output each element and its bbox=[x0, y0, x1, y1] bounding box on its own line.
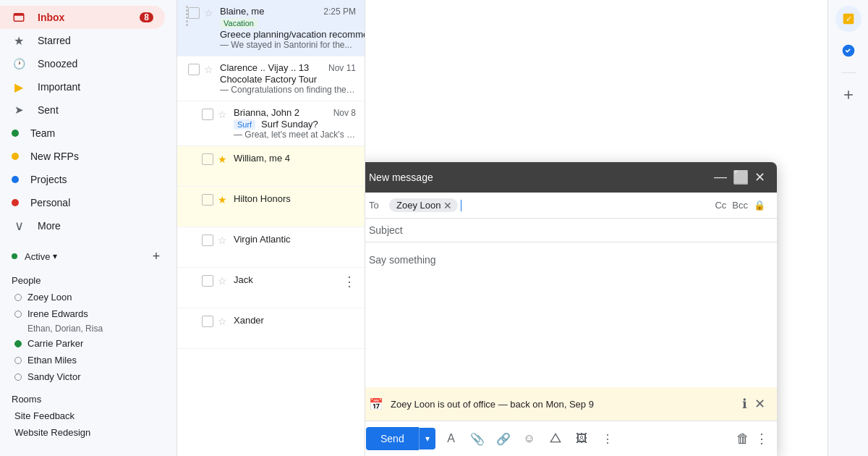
star-button-3[interactable]: ☆ bbox=[218, 109, 229, 120]
email-item-william[interactable]: ★ William, me 4 bbox=[177, 146, 365, 187]
compose-window: New message — ⬜ ✕ To Zoey Loon ✕ bbox=[365, 162, 777, 456]
room-item-website-redesign[interactable]: Website Redesign bbox=[12, 424, 165, 441]
starred-label: Starred bbox=[38, 35, 71, 46]
compose-oof-info-button[interactable]: ℹ bbox=[742, 396, 747, 412]
subject-placeholder[interactable]: Subject bbox=[369, 224, 765, 236]
person-name-irene: Irene Edwards bbox=[27, 308, 88, 319]
more-label: More bbox=[38, 220, 61, 232]
person-group-ethan: Ethan, Dorian, Risa bbox=[12, 322, 176, 335]
insert-photo-button[interactable]: 🖼 bbox=[571, 428, 592, 449]
drive-button[interactable] bbox=[545, 428, 566, 449]
cursor-blink bbox=[461, 200, 461, 211]
sidebar-item-new-rfps[interactable]: New RFPs bbox=[0, 145, 165, 168]
svg-rect-1 bbox=[14, 14, 24, 16]
projects-dot bbox=[12, 176, 19, 183]
email-checkbox[interactable] bbox=[188, 7, 200, 19]
person-item-sandy-victor[interactable]: Sandy Victor bbox=[12, 368, 176, 385]
add-chat-button[interactable]: + bbox=[148, 248, 165, 265]
compose-oof-close-button[interactable]: ✕ bbox=[754, 396, 765, 412]
email-subject-3: Surf Sunday? bbox=[261, 119, 318, 130]
room-item-site-feedback[interactable]: Site Feedback bbox=[12, 408, 165, 424]
zoey-status-icon bbox=[14, 294, 22, 301]
email-tag-vacation: Vacation bbox=[220, 18, 258, 28]
email-subject: Greece planning/vacation recommendations bbox=[220, 29, 365, 40]
email-item-jack[interactable]: ☆ Jack ⋮ bbox=[177, 268, 365, 308]
email-item-clarence[interactable]: ☆ Clarence .. Vijay .. 13 Nov 11 Chocola… bbox=[177, 56, 365, 101]
email-checkbox-6[interactable] bbox=[202, 235, 213, 246]
compose-more-button[interactable]: ⋮ bbox=[755, 431, 768, 447]
compose-expand-button[interactable]: ⬜ bbox=[733, 169, 749, 185]
sidebar-item-starred[interactable]: ★ Starred bbox=[0, 29, 165, 52]
email-checkbox-3[interactable] bbox=[202, 109, 213, 120]
person-name-ethan: Ethan Miles bbox=[27, 355, 77, 366]
svg-text:✓: ✓ bbox=[845, 14, 851, 23]
email-item-blaine[interactable]: ☆ Blaine, me 2:25 PM Vacation Greece pla… bbox=[177, 0, 365, 56]
personal-dot bbox=[12, 199, 19, 206]
sidebar-item-more[interactable]: ∨ More bbox=[0, 214, 165, 237]
encrypt-icon: 🔒 bbox=[754, 200, 765, 211]
compose-to-field: To Zoey Loon ✕ Cc Bcc 🔒 bbox=[365, 193, 777, 219]
to-tag-remove-button[interactable]: ✕ bbox=[443, 200, 452, 211]
attach-file-button[interactable]: 📎 bbox=[467, 428, 488, 449]
star-button-7[interactable]: ☆ bbox=[218, 275, 229, 287]
rooms-section: Rooms Site Feedback Website Redesign bbox=[0, 385, 176, 444]
email-checkbox-8[interactable] bbox=[202, 316, 213, 327]
sidebar-item-personal[interactable]: Personal bbox=[0, 191, 165, 214]
star-button-6[interactable]: ☆ bbox=[218, 235, 229, 246]
insert-link-button[interactable]: 🔗 bbox=[493, 428, 514, 449]
compose-controls: — ⬜ ✕ bbox=[714, 169, 765, 185]
right-icon-tasks[interactable]: ✓ bbox=[835, 6, 861, 32]
person-item-carrie-parker[interactable]: Carrie Parker bbox=[12, 335, 176, 352]
star-button[interactable]: ☆ bbox=[204, 7, 216, 19]
email-checkbox-2[interactable] bbox=[188, 64, 200, 75]
compose-close-button[interactable]: ✕ bbox=[754, 169, 765, 185]
email-item-hilton[interactable]: ★ Hilton Honors bbox=[177, 187, 365, 227]
sidebar-item-snoozed[interactable]: 🕐 Snoozed bbox=[0, 52, 165, 75]
star-button-8[interactable]: ☆ bbox=[218, 316, 229, 327]
email-more-menu-7[interactable]: ⋮ bbox=[340, 274, 356, 290]
compose-oof-banner: 📅 Zoey Loon is out of office — back on M… bbox=[365, 387, 777, 421]
important-label: Important bbox=[38, 81, 80, 93]
star-button-4[interactable]: ★ bbox=[218, 153, 229, 165]
sent-label: Sent bbox=[38, 104, 59, 116]
right-icon-add[interactable] bbox=[835, 82, 861, 108]
sidebar-item-sent[interactable]: ➤ Sent bbox=[0, 98, 165, 122]
format-text-button[interactable]: A bbox=[441, 428, 461, 449]
email-item-xander[interactable]: ☆ Xander bbox=[177, 308, 365, 349]
email-checkbox-7[interactable] bbox=[202, 275, 213, 287]
sidebar: Inbox 8 ★ Starred 🕐 Snoozed ▶ Important … bbox=[0, 0, 176, 456]
send-button[interactable]: Send bbox=[366, 427, 419, 450]
star-button-5[interactable]: ★ bbox=[218, 194, 229, 206]
sidebar-item-projects[interactable]: Projects bbox=[0, 168, 165, 191]
sidebar-item-important[interactable]: ▶ Important bbox=[0, 75, 165, 98]
email-preview: — We stayed in Santorini for the... bbox=[220, 40, 356, 50]
sidebar-item-team[interactable]: Team bbox=[0, 122, 165, 145]
to-label: To bbox=[369, 200, 389, 211]
emoji-button[interactable]: ☺ bbox=[519, 428, 540, 449]
email-sender-7: Jack bbox=[234, 274, 253, 285]
person-item-zoey-loon[interactable]: Zoey Loon bbox=[12, 289, 176, 305]
email-item-brianna[interactable]: ☆ Brianna, John 2 Nov 8 Surf Surf Sunday… bbox=[177, 101, 365, 146]
compose-body-area[interactable]: Say something bbox=[365, 242, 777, 387]
sidebar-item-inbox[interactable]: Inbox 8 bbox=[0, 6, 165, 29]
more-options-button[interactable]: ⋮ bbox=[597, 428, 618, 449]
active-label[interactable]: Active ▾ bbox=[12, 251, 57, 262]
person-item-irene-edwards[interactable]: Irene Edwards bbox=[12, 305, 176, 322]
compose-minimize-button[interactable]: — bbox=[714, 169, 727, 185]
delete-draft-button[interactable]: 🗑 bbox=[736, 431, 749, 447]
person-item-ethan-miles[interactable]: Ethan Miles bbox=[12, 352, 176, 368]
cc-button[interactable]: Cc bbox=[715, 200, 726, 211]
carrie-status-icon bbox=[14, 340, 22, 347]
email-subject-2: Chocolate Factory Tour bbox=[220, 74, 317, 85]
send-dropdown-button[interactable]: ▾ bbox=[419, 428, 435, 449]
email-checkbox-5[interactable] bbox=[202, 194, 213, 206]
email-item-virgin[interactable]: ☆ Virgin Atlantic bbox=[177, 227, 365, 268]
send-button-group: Send ▾ bbox=[366, 427, 435, 450]
bcc-button[interactable]: Bcc bbox=[732, 200, 748, 211]
star-button-2[interactable]: ☆ bbox=[204, 64, 216, 75]
projects-label: Projects bbox=[30, 174, 67, 185]
email-checkbox-4[interactable] bbox=[202, 153, 213, 165]
compose-subject-field[interactable]: Subject bbox=[365, 219, 777, 242]
right-icon-edit[interactable] bbox=[835, 38, 861, 64]
inbox-label: Inbox bbox=[38, 12, 64, 23]
